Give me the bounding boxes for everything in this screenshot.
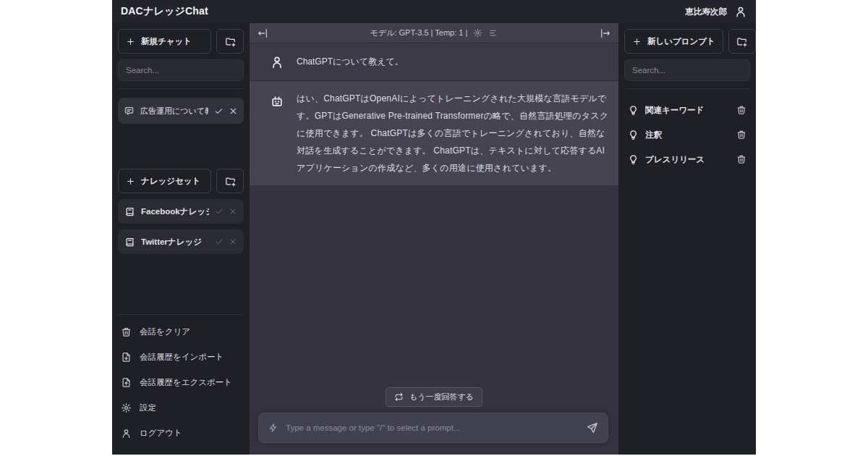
app-title: DACナレッジChat	[121, 5, 208, 18]
new-prompt-label: 新しいプロンプト	[647, 36, 715, 47]
gear-icon	[121, 402, 132, 413]
message-input-bar	[258, 413, 608, 443]
x-icon[interactable]	[229, 106, 238, 116]
folder-plus-icon	[736, 36, 747, 47]
assistant-message-row: はい、ChatGPTはOpenAIによってトレーニングされた大規模な言語モデルで…	[250, 81, 618, 186]
new-chat-label: 新規チャット	[141, 36, 192, 47]
knowledge-set-label: ナレッジセット	[141, 176, 200, 187]
knowledge-item-label: Facebookナレッジ	[141, 206, 209, 217]
new-chat-folder-button[interactable]	[216, 29, 244, 54]
app-window: DACナレッジChat 恵比寿次郎 新規チャット	[112, 0, 756, 455]
export-history-button[interactable]: 会話履歴をエクスポート	[118, 370, 244, 395]
message-input[interactable]	[286, 423, 579, 432]
trash-icon[interactable]	[736, 130, 746, 140]
prompt-search-input[interactable]	[624, 59, 750, 81]
left-sidebar-top-row: 新規チャット	[118, 29, 244, 54]
folder-plus-icon	[225, 36, 236, 47]
plus-icon	[126, 177, 135, 186]
plus-icon	[126, 37, 135, 46]
x-icon[interactable]	[229, 207, 237, 216]
check-icon[interactable]	[215, 237, 224, 246]
user-name: 恵比寿次郎	[686, 7, 728, 17]
chat-search-input[interactable]	[118, 59, 244, 81]
x-icon[interactable]	[229, 237, 237, 246]
check-icon[interactable]	[215, 207, 224, 216]
settings-button[interactable]: 設定	[118, 395, 244, 421]
regenerate-button[interactable]: もう一度回答する	[386, 387, 482, 407]
divider	[118, 88, 244, 89]
trash-icon	[121, 326, 132, 337]
bulb-icon	[628, 105, 639, 116]
prompt-item-label: 関連キーワード	[645, 105, 730, 116]
arrow-bar-right-icon[interactable]	[600, 28, 611, 39]
user-message-row: ChatGPTについて教えて。	[250, 43, 618, 81]
folder-plus-icon	[225, 176, 236, 187]
left-sidebar: 新規チャット 広告運用について教えて ナレッジセット	[112, 23, 250, 455]
divider	[624, 88, 750, 89]
file-import-icon	[121, 352, 132, 363]
logout-button[interactable]: ログアウト	[118, 421, 244, 446]
new-prompt-button[interactable]: 新しいプロンプト	[624, 29, 723, 54]
knowledge-item-label: Twitterナレッジ	[141, 237, 209, 248]
knowledge-item-actions	[215, 207, 237, 216]
chat-item-actions	[214, 106, 238, 116]
footer-item-label: 会話をクリア	[140, 326, 190, 337]
prompt-item-keywords[interactable]: 関連キーワード	[624, 99, 750, 121]
trash-icon[interactable]	[736, 154, 746, 164]
prompt-item-annotation[interactable]: 注釈	[624, 124, 750, 145]
regenerate-label: もう一度回答する	[409, 392, 474, 402]
plus-icon	[632, 37, 642, 46]
user-message-text: ChatGPTについて教えて。	[297, 56, 404, 68]
prompt-item-press-release[interactable]: プレスリリース	[624, 148, 750, 170]
prompt-item-label: 注釈	[645, 130, 730, 140]
new-chat-button[interactable]: 新規チャット	[118, 29, 211, 54]
import-history-button[interactable]: 会話履歴をインポート	[118, 345, 244, 370]
menu-icon[interactable]	[488, 28, 498, 38]
header-account: 恵比寿次郎	[686, 5, 748, 18]
logout-icon	[121, 428, 132, 439]
user-icon[interactable]	[734, 5, 747, 18]
clear-conversations-button[interactable]: 会話をクリア	[118, 319, 244, 345]
page: DACナレッジChat 恵比寿次郎 新規チャット	[0, 0, 868, 456]
knowledge-item-twitter[interactable]: Twitterナレッジ	[118, 229, 244, 254]
bolt-icon	[268, 423, 278, 433]
model-bar: モデル: GPT-3.5 | Temp: 1 |	[250, 23, 618, 43]
file-export-icon	[121, 377, 132, 388]
new-knowledge-set-button[interactable]: ナレッジセット	[118, 169, 211, 193]
chat-list-item[interactable]: 広告運用について教えて	[118, 98, 244, 124]
right-sidebar: 新しいプロンプト 関連キーワード 注釈	[618, 23, 756, 455]
footer-item-label: 会話履歴をエクスポート	[140, 377, 232, 388]
arrow-bar-left-icon[interactable]	[257, 28, 268, 39]
bulb-icon	[628, 130, 639, 140]
gear-icon[interactable]	[473, 28, 482, 38]
trash-icon[interactable]	[736, 105, 746, 115]
message-icon	[124, 106, 135, 117]
knowledge-folder-button[interactable]	[216, 169, 244, 193]
divider	[118, 314, 244, 315]
chat-column: モデル: GPT-3.5 | Temp: 1 | ChatGPTについて教えて。…	[250, 23, 618, 455]
assistant-message-text: はい、ChatGPTはOpenAIによってトレーニングされた大規模な言語モデルで…	[297, 90, 611, 177]
prompt-item-label: プレスリリース	[645, 154, 730, 165]
bulb-icon	[628, 154, 639, 165]
prompt-list: 関連キーワード 注釈 プレスリリース	[624, 99, 750, 170]
send-icon[interactable]	[587, 422, 598, 434]
footer-item-label: 会話履歴をインポート	[140, 352, 224, 363]
book-icon	[124, 237, 135, 248]
knowledge-item-actions	[215, 237, 237, 246]
model-info-text: モデル: GPT-3.5 | Temp: 1 |	[370, 28, 468, 38]
app-header: DACナレッジChat 恵比寿次郎	[112, 0, 756, 23]
repeat-icon	[394, 392, 404, 402]
knowledge-item-facebook[interactable]: Facebookナレッジ	[118, 199, 244, 224]
user-icon	[270, 55, 284, 69]
knowledge-section-row: ナレッジセット	[118, 169, 244, 193]
right-sidebar-top-row: 新しいプロンプト	[624, 29, 750, 54]
book-icon	[124, 206, 135, 217]
footer-item-label: 設定	[140, 402, 156, 413]
prompt-folder-button[interactable]	[728, 29, 756, 54]
left-sidebar-footer: 会話をクリア 会話履歴をインポート 会話履歴をエクスポート 設定 ログアウト	[118, 307, 244, 446]
chat-item-label: 広告運用について教えて	[140, 106, 208, 117]
robot-icon	[270, 94, 284, 109]
app-body: 新規チャット 広告運用について教えて ナレッジセット	[112, 23, 756, 455]
footer-item-label: ログアウト	[140, 428, 182, 439]
check-icon[interactable]	[214, 106, 224, 116]
